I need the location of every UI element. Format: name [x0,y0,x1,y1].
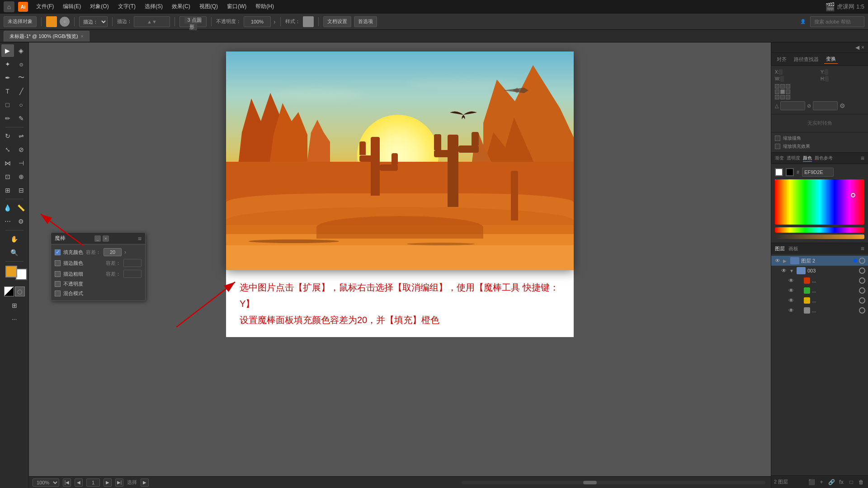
points-input[interactable]: 3 点圆形 [179,16,207,27]
hex-value-input[interactable] [802,168,834,177]
normal-mode-btn[interactable] [4,286,14,296]
ellipse-tool[interactable]: ○ [15,99,28,111]
color-panel-menu[interactable]: ≡ [861,155,864,162]
curvature-tool[interactable]: 〜 [15,71,28,84]
shape-builder-tool[interactable]: ⊞ [1,184,14,197]
document-tab[interactable]: 未标题-1* @ 100% (RGB/预览) × [4,31,90,42]
fill-color-swatch[interactable] [46,16,57,27]
menu-select[interactable]: 选择(S) [141,2,166,11]
reflect-tool[interactable]: ⇌ [15,130,28,142]
rotation-input[interactable] [780,101,805,110]
scale-strokes-checkbox[interactable] [775,136,780,141]
layer-green-item[interactable]: 👁 ... [771,286,868,296]
layer-2-circle[interactable] [859,258,865,264]
alpha-bar[interactable] [775,235,864,239]
right-tab-align[interactable]: 对齐 [775,55,788,64]
layer-green-visibility[interactable]: 👁 [788,287,795,294]
sublayer-003-expand[interactable]: ▼ [789,268,795,273]
add-style-btn[interactable]: fx [837,478,845,486]
doc-settings-btn[interactable]: 文档设置 [323,16,351,27]
rectangle-tool[interactable]: □ [1,99,14,111]
ref-point-mm[interactable] [780,89,785,94]
layer-gray-item[interactable]: 👁 ... [771,305,868,315]
sublayer-003-item[interactable]: 👁 ▼ 003 [771,266,868,276]
home-icon[interactable]: ⌂ [4,1,14,12]
new-group-btn[interactable]: □ [847,478,855,486]
free-transform-tool[interactable]: ⊡ [1,170,14,183]
blend-mode-checkbox[interactable] [55,291,61,296]
paintbrush-tool[interactable]: ✏ [1,112,14,125]
make-mask-btn[interactable]: ⬛ [807,478,816,486]
gradient-tab[interactable]: 渐变 [775,155,784,161]
symbol-sprayer-tool[interactable]: ⚙ [15,215,28,228]
ref-point-br[interactable] [786,95,790,99]
layer-yellow-visibility[interactable]: 👁 [788,297,795,304]
search-input[interactable] [810,16,864,27]
zoom-tool[interactable]: 🔍 [8,246,21,259]
line-tool[interactable]: ╱ [15,85,28,98]
scale-effects-checkbox[interactable] [775,144,780,149]
menu-text[interactable]: 文字(T) [114,2,139,11]
layer-gray-circle[interactable] [859,307,865,314]
direct-selection-tool[interactable]: ◈ [15,44,28,57]
blend-tool[interactable]: ⋯ [1,215,14,228]
color-tab-active[interactable]: 颜色 [803,155,812,162]
layer-green-circle[interactable] [859,287,865,294]
white-swatch[interactable] [775,168,783,176]
selection-tool[interactable]: ▶ [1,44,14,57]
foreground-color-swatch[interactable] [5,266,17,277]
layer-2-item[interactable]: 👁 ▶ 图层 2 [771,256,868,266]
opacity-input[interactable] [244,16,271,27]
panel-close-btn[interactable]: × [103,235,109,242]
right-tab-pathfinder[interactable]: 路径查找器 [792,55,821,64]
width-tool[interactable]: ⊣ [15,157,28,169]
artboard-tool[interactable]: ⊞ [8,299,21,312]
menu-help[interactable]: 帮助(H) [252,2,278,11]
pencil-tool[interactable]: ✎ [15,112,28,125]
panel-menu-icon[interactable]: ≡ [138,235,142,242]
style-swatch[interactable] [303,16,314,27]
menu-object[interactable]: 对象(O) [86,2,112,11]
lasso-tool[interactable]: ⌾ [15,58,28,70]
ref-point-mr[interactable] [786,89,790,94]
ref-point-tl[interactable] [775,84,779,89]
magic-wand-tool[interactable]: ✦ [1,58,14,70]
more-tools-btn[interactable]: ··· [8,313,21,325]
menu-edit[interactable]: 编辑(E) [59,2,85,11]
preferences-btn[interactable]: 首选项 [354,16,377,27]
scrollbar-thumb[interactable] [583,481,597,484]
right-panel-collapse-btn[interactable]: ◀ [855,44,859,51]
layers-panel-menu[interactable]: ≡ [861,245,864,252]
puppet-warp-tool[interactable]: ⊕ [15,170,28,183]
ref-point-bm[interactable] [780,95,785,99]
opacity-arrow[interactable]: › [274,18,276,25]
rotate-tool[interactable]: ↻ [1,130,14,142]
color-spectrum[interactable] [775,179,864,225]
menu-window[interactable]: 窗口(W) [223,2,250,11]
layer-2-expand[interactable]: ▶ [783,258,788,263]
opacity-tab[interactable]: 透明度 [787,155,800,161]
mask-mode-btn[interactable]: ◯ [15,286,25,296]
play-btn[interactable]: ▶ [141,479,149,487]
fill-color-checkbox[interactable]: ✓ [55,249,61,255]
prev-page-btn[interactable]: ◀ [75,479,83,487]
scale-tool[interactable]: ⤡ [1,143,14,156]
last-page-btn[interactable]: ▶| [115,479,123,487]
text-tool[interactable]: T [1,85,14,98]
stroke-width-checkbox[interactable] [55,271,61,277]
layer-yellow-circle[interactable] [859,297,865,304]
ref-point-tm[interactable] [780,84,785,89]
transform-options-btn[interactable]: ⚙ [840,102,845,109]
hue-bar[interactable] [775,227,864,233]
horizontal-scrollbar[interactable] [462,481,765,484]
color-reference-tab[interactable]: 颜色参考 [815,155,833,161]
layer-gray-visibility[interactable]: 👁 [788,307,795,314]
link-layers-btn[interactable]: 🔗 [827,478,835,486]
shear-input[interactable] [813,101,838,110]
delete-layer-btn[interactable]: 🗑 [857,478,865,486]
user-icon[interactable]: 👤 [798,17,807,26]
right-panel-close-btn[interactable]: × [861,44,864,51]
ref-point-ml[interactable] [775,89,779,94]
create-new-layer-btn[interactable]: + [817,478,826,486]
tab-close-btn[interactable]: × [81,34,84,39]
